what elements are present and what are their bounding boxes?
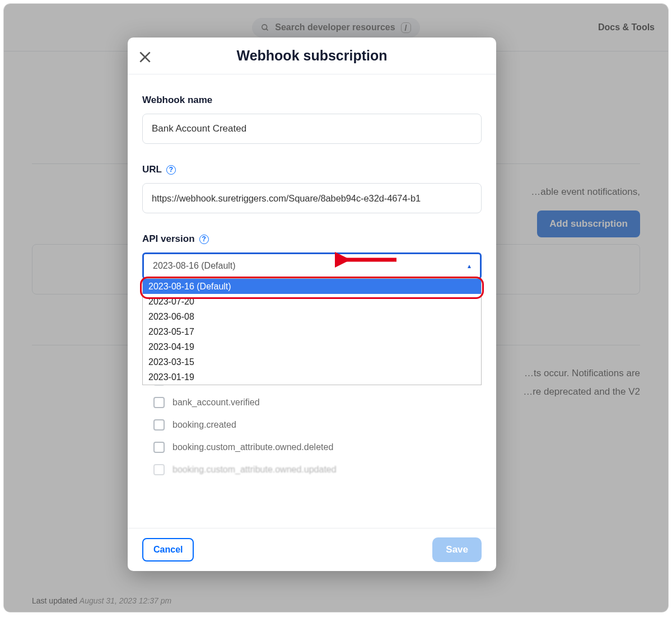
dropdown-option[interactable]: 2023-06-08 (143, 309, 481, 324)
help-icon[interactable]: ? (199, 235, 209, 244)
checkbox[interactable] (153, 464, 165, 475)
event-row[interactable]: bank_account.verified (142, 391, 482, 414)
chevron-up-icon: ▴ (468, 262, 471, 270)
cancel-button[interactable]: Cancel (142, 538, 194, 562)
webhook-modal: Webhook subscription Webhook name URL ? … (128, 38, 496, 571)
dropdown-option[interactable]: 2023-01-19 (143, 369, 481, 385)
dropdown-option[interactable]: 2023-04-19 (143, 339, 481, 354)
api-version-value: 2023-08-16 (Default) (153, 261, 236, 271)
dropdown-option[interactable]: 2023-07-20 (143, 294, 481, 309)
dropdown-option[interactable]: 2023-08-16 (Default) (143, 279, 481, 294)
api-version-dropdown[interactable]: 2023-08-16 (Default) 2023-07-20 2023-06-… (142, 278, 482, 385)
dropdown-option[interactable]: 2023-03-15 (143, 354, 481, 369)
event-row[interactable]: booking.created (142, 414, 482, 436)
event-row[interactable]: booking.custom_attribute.owned.updated (142, 458, 482, 481)
event-row[interactable]: booking.custom_attribute.owned.deleted (142, 436, 482, 458)
checkbox[interactable] (153, 419, 165, 431)
modal-title: Webhook subscription (141, 48, 483, 64)
event-label: booking.custom_attribute.owned.deleted (172, 442, 333, 452)
close-icon[interactable] (138, 50, 152, 64)
save-button[interactable]: Save (432, 537, 482, 562)
event-label: bank_account.verified (172, 397, 260, 408)
url-label: URL ? (142, 164, 482, 175)
webhook-name-input[interactable] (142, 114, 482, 144)
dropdown-option[interactable]: 2023-05-17 (143, 324, 481, 339)
checkbox[interactable] (153, 442, 165, 453)
webhook-name-label: Webhook name (142, 95, 482, 106)
api-version-label: API version ? (142, 233, 482, 245)
url-input[interactable] (142, 183, 482, 213)
event-label: booking.created (172, 420, 236, 430)
help-icon[interactable]: ? (166, 165, 176, 175)
api-version-select[interactable]: 2023-08-16 (Default) ▴ (142, 252, 482, 279)
checkbox[interactable] (153, 397, 165, 408)
event-label: booking.custom_attribute.owned.updated (172, 465, 337, 475)
